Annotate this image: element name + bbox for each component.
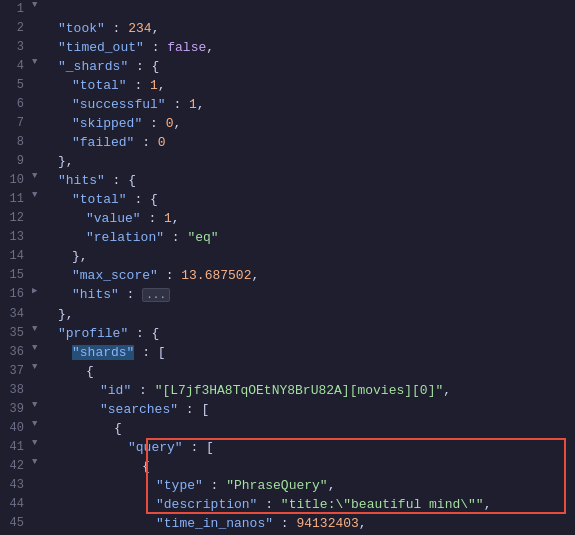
collapse-arrow[interactable]: ▼ [32, 324, 42, 334]
punct-token: : [ [134, 345, 165, 360]
line-content: }, [44, 152, 575, 171]
line-number: 40 [0, 419, 32, 438]
line-number: 35 [0, 324, 32, 343]
punct-token: , [197, 97, 205, 112]
line-content: "timed_out" : false, [44, 38, 575, 57]
collapse-arrow[interactable]: ▼ [32, 438, 42, 448]
code-line: 40▼{ [0, 419, 575, 438]
code-line: 6 "successful" : 1, [0, 95, 575, 114]
key-token: "_shards" [58, 59, 128, 74]
code-line: 36▼"shards" : [ [0, 343, 575, 362]
key-token: "hits" [58, 173, 105, 188]
punct-token: , [158, 78, 166, 93]
code-line: 15 "max_score" : 13.687502, [0, 266, 575, 285]
code-line: 37▼{ [0, 362, 575, 381]
punct-token: : [ [183, 440, 214, 455]
line-number: 6 [0, 95, 32, 114]
punct-token: }, [58, 154, 74, 169]
code-line: 9 }, [0, 152, 575, 171]
line-number: 7 [0, 114, 32, 133]
line-content: "type" : "PhraseQuery", [44, 476, 575, 495]
key-token: "shards" [72, 345, 134, 360]
number-token: 0 [158, 135, 166, 150]
collapse-arrow [32, 95, 42, 105]
collapse-arrow[interactable]: ▼ [32, 362, 42, 372]
collapse-arrow [32, 209, 42, 219]
collapse-arrow[interactable]: ▼ [32, 343, 42, 353]
collapse-arrow[interactable]: ▼ [32, 0, 42, 10]
punct-token: , [206, 40, 214, 55]
line-content: "searches" : [ [44, 400, 575, 419]
line-content: "failed" : 0 [44, 133, 575, 152]
code-line: 13 "relation" : "eq" [0, 228, 575, 247]
punct-token: , [443, 383, 451, 398]
collapse-arrow[interactable]: ▼ [32, 190, 42, 200]
code-line: 44 "description" : "title:\"beautiful mi… [0, 495, 575, 514]
key-token: "failed" [72, 135, 134, 150]
collapse-arrow [32, 76, 42, 86]
line-content: "skipped" : 0, [44, 114, 575, 133]
code-line: 42▼{ [0, 457, 575, 476]
line-number: 10 [0, 171, 32, 190]
bool-token: false [167, 40, 206, 55]
string-token: "PhraseQuery" [226, 478, 327, 493]
number-token: 13.687502 [181, 268, 251, 283]
line-number: 4 [0, 57, 32, 76]
line-number: 41 [0, 438, 32, 457]
line-content: "value" : 1, [44, 209, 575, 228]
line-number: 34 [0, 305, 32, 324]
code-line: 11▼"total" : { [0, 190, 575, 209]
collapse-arrow[interactable]: ▼ [32, 57, 42, 67]
punct-token: : [158, 268, 181, 283]
line-number: 5 [0, 76, 32, 95]
collapse-arrow[interactable]: ▼ [32, 419, 42, 429]
punct-token: , [328, 478, 336, 493]
number-token: 234 [128, 21, 151, 36]
collapse-arrow[interactable]: ▼ [32, 457, 42, 467]
line-number: 13 [0, 228, 32, 247]
code-line: 43 "type" : "PhraseQuery", [0, 476, 575, 495]
punct-token: : [141, 211, 164, 226]
line-content: "shards" : [ [44, 343, 575, 362]
line-content: "id" : "[L7jf3HA8TqOEtNY8BrU82A][movies]… [44, 381, 575, 400]
code-line: 16▶"hits" : ... [0, 285, 575, 305]
punct-token: : { [128, 326, 159, 341]
punct-token: : { [128, 59, 159, 74]
code-line: 7 "skipped" : 0, [0, 114, 575, 133]
punct-token: { [114, 421, 122, 436]
punct-token: : [119, 287, 142, 302]
key-token: "relation" [86, 230, 164, 245]
collapsed-indicator[interactable]: ... [142, 288, 170, 302]
punct-token: }, [58, 307, 74, 322]
key-token: "timed_out" [58, 40, 144, 55]
key-token: "searches" [100, 402, 178, 417]
line-number: 9 [0, 152, 32, 171]
punct-token: : [127, 78, 150, 93]
key-token: "total" [72, 192, 127, 207]
line-content: }, [44, 305, 575, 324]
code-line: 39▼"searches" : [ [0, 400, 575, 419]
line-content: "query" : [ [44, 438, 575, 457]
code-line: 12 "value" : 1, [0, 209, 575, 228]
collapse-arrow[interactable]: ▼ [32, 400, 42, 410]
punct-token: : { [105, 173, 136, 188]
code-line: 5 "total" : 1, [0, 76, 575, 95]
key-token: "skipped" [72, 116, 142, 131]
collapse-arrow[interactable]: ▶ [32, 285, 42, 296]
key-token: "max_score" [72, 268, 158, 283]
collapse-arrow [32, 19, 42, 29]
line-content: "max_score" : 13.687502, [44, 266, 575, 285]
code-line: 41▼"query" : [ [0, 438, 575, 457]
collapse-arrow[interactable]: ▼ [32, 171, 42, 181]
string-token: "eq" [187, 230, 218, 245]
line-content: "total" : { [44, 190, 575, 209]
line-number: 39 [0, 400, 32, 419]
punct-token: , [173, 116, 181, 131]
line-number: 42 [0, 457, 32, 476]
punct-token: , [251, 268, 259, 283]
line-number: 12 [0, 209, 32, 228]
collapse-arrow [32, 476, 42, 486]
punct-token: }, [72, 249, 88, 264]
punct-token: : [257, 497, 280, 512]
number-token: 1 [150, 78, 158, 93]
